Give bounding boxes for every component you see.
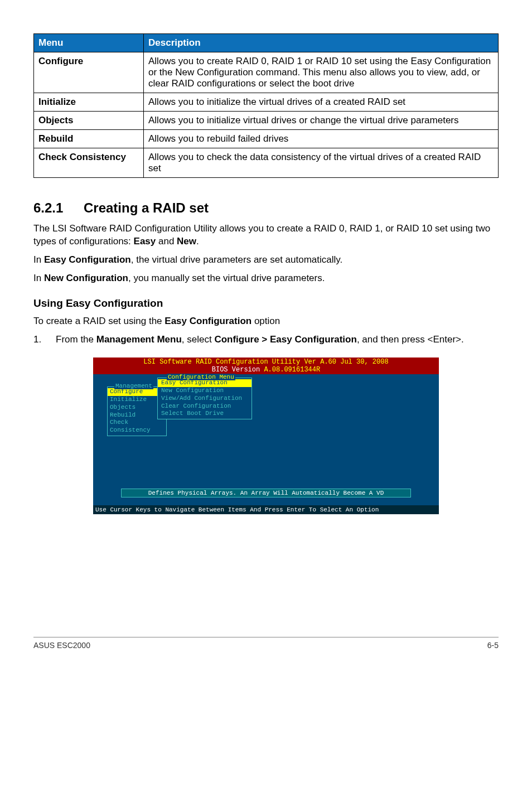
step-number: 1.	[33, 334, 56, 346]
table-cell-menu: Objects	[34, 112, 144, 130]
text-bold: Management Menu	[96, 334, 182, 345]
table-cell-desc: Allows you to initialize virtual drives …	[144, 112, 499, 130]
table-row: Rebuild Allows you to rebuild failed dri…	[34, 130, 499, 148]
footer-page-number: 6-5	[487, 641, 499, 650]
step-text: From the Management Menu, select Configu…	[56, 334, 464, 346]
text-bold: Easy Configuration	[44, 254, 131, 265]
bios-body: Management Configure Initialize Objects …	[93, 374, 439, 505]
bios-screenshot: LSI Software RAID Configuration Utility …	[93, 357, 439, 515]
configuration-menu-item-new[interactable]: New Configuration	[158, 387, 252, 395]
menu-description-table: Menu Description Configure Allows you to…	[33, 33, 499, 178]
text: , you manually set the virtual drive par…	[128, 273, 325, 283]
text: In	[33, 254, 44, 265]
text-bold: New	[177, 236, 196, 247]
footer-product: ASUS ESC2000	[33, 641, 90, 650]
paragraph: In Easy Configuration, the virtual drive…	[33, 254, 499, 267]
configuration-menu-title: Configuration Menu	[167, 374, 235, 380]
text: To create a RAID set using the	[33, 316, 165, 326]
bios-footer: Use Cursor Keys to Navigate Between Item…	[93, 505, 439, 514]
table-header-description: Description	[144, 34, 499, 52]
step-list: 1. From the Management Menu, select Conf…	[33, 334, 499, 346]
table-header-menu: Menu	[34, 34, 144, 52]
section-title: Creating a RAID set	[84, 200, 209, 215]
step-item: 1. From the Management Menu, select Conf…	[33, 334, 499, 346]
paragraph: The LSI Software RAID Configuration Util…	[33, 223, 499, 248]
paragraph: In New Configuration, you manually set t…	[33, 272, 499, 285]
bios-status-bar: Defines Physical Arrays. An Array Will A…	[121, 489, 411, 497]
bios-header-line1: LSI Software RAID Configuration Utility …	[93, 358, 439, 366]
text: BIOS Version	[212, 366, 264, 374]
table-cell-menu: Rebuild	[34, 130, 144, 148]
table-cell-desc: Allows you to rebuild failed drives	[144, 130, 499, 148]
configuration-menu-item-boot-drive[interactable]: Select Boot Drive	[158, 410, 252, 418]
text: and	[156, 236, 177, 247]
table-row: Configure Allows you to create RAID 0, R…	[34, 52, 499, 93]
bios-header-line2: BIOS Version A.08.09161344R	[93, 366, 439, 374]
configuration-menu-item-easy[interactable]: Easy Configuration	[158, 379, 252, 387]
table-cell-menu: Check Consistency	[34, 148, 144, 178]
text: , and then press <Enter>.	[357, 334, 464, 345]
management-menu-item-check-consistency[interactable]: Check Consistency	[108, 419, 166, 434]
text-bold: Easy Configuration	[165, 316, 252, 326]
table-cell-desc: Allows you to initialize the virtual dri…	[144, 93, 499, 112]
table-row: Objects Allows you to initialize virtual…	[34, 112, 499, 130]
text: A.08.09161344R	[264, 366, 320, 374]
configuration-menu-box: Configuration Menu Easy Configuration Ne…	[157, 378, 252, 419]
text: The LSI Software RAID Configuration Util…	[33, 223, 490, 247]
bios-header: LSI Software RAID Configuration Utility …	[93, 357, 439, 375]
text: , the virtual drive parameters are set a…	[131, 254, 343, 265]
table-row: Check Consistency Allows you to check th…	[34, 148, 499, 178]
text-bold: New Configuration	[44, 273, 128, 283]
text: In	[33, 273, 44, 283]
table-cell-desc: Allows you to check the data consistency…	[144, 148, 499, 178]
configuration-menu-item-clear[interactable]: Clear Configuration	[158, 403, 252, 410]
table-cell-desc: Allows you to create RAID 0, RAID 1 or R…	[144, 52, 499, 93]
table-cell-menu: Configure	[34, 52, 144, 93]
section-heading: 6.2.1Creating a RAID set	[33, 200, 499, 216]
configuration-menu-item-view-add[interactable]: View/Add Configuration	[158, 395, 252, 403]
section-number: 6.2.1	[33, 200, 84, 216]
paragraph: To create a RAID set using the Easy Conf…	[33, 315, 499, 328]
table-row: Initialize Allows you to initialize the …	[34, 93, 499, 112]
text: From the	[56, 334, 96, 345]
table-cell-menu: Initialize	[34, 93, 144, 112]
text: .	[196, 236, 199, 247]
text-bold: Configure > Easy Configuration	[214, 334, 357, 345]
subheading: Using Easy Configuration	[33, 297, 499, 310]
text: option	[252, 316, 280, 326]
text-bold: Easy	[134, 236, 156, 247]
page-footer: ASUS ESC2000 6-5	[33, 637, 499, 650]
text: , select	[182, 334, 215, 345]
management-menu-title: Management	[114, 383, 153, 389]
